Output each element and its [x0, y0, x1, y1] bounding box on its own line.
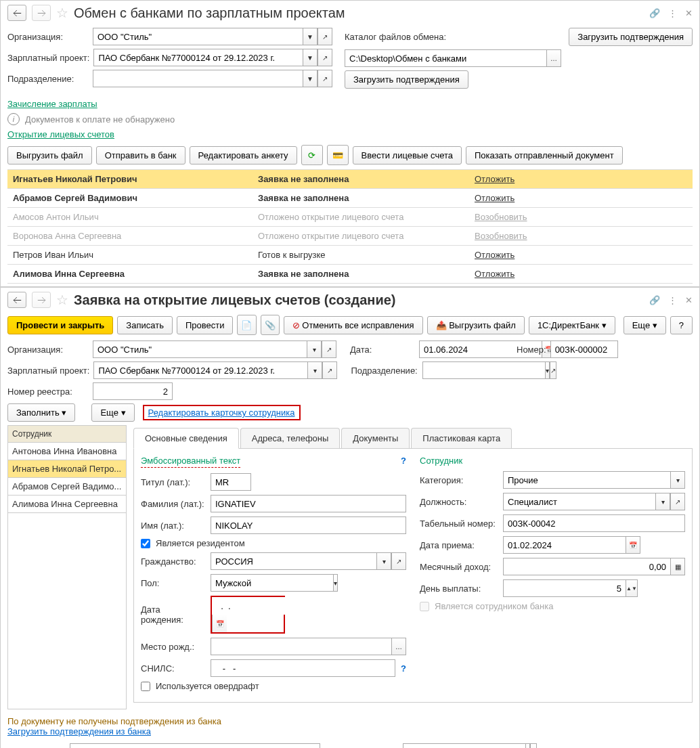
- action-link[interactable]: Отложить: [475, 193, 515, 203]
- num-input[interactable]: [550, 340, 618, 358]
- table-row[interactable]: Амосов Антон ИльичОтложено открытие лице…: [7, 208, 693, 227]
- close-icon[interactable]: ✕: [685, 295, 693, 305]
- table-row[interactable]: Алимова Инна СергеевнаЗаявка не заполнен…: [7, 265, 693, 284]
- attach-icon[interactable]: 📎: [261, 315, 280, 335]
- more-button[interactable]: Еще ▾: [624, 316, 666, 334]
- export-file-button[interactable]: 📤 Выгрузить файл: [427, 316, 525, 334]
- dropdown-icon[interactable]: ▼: [303, 70, 318, 87]
- tabnum-input[interactable]: [503, 514, 685, 532]
- salary-link[interactable]: Зачисление зарплаты: [7, 99, 97, 109]
- menu-icon[interactable]: ⋮: [668, 295, 677, 305]
- menu-icon[interactable]: ⋮: [668, 8, 677, 18]
- tab-3[interactable]: Пластиковая карта: [411, 428, 512, 448]
- more-button-2[interactable]: Еще ▾: [91, 403, 134, 422]
- back-button[interactable]: 🡠: [7, 5, 26, 21]
- directbank-button[interactable]: 1С:ДиректБанк ▾: [529, 316, 615, 334]
- open-icon[interactable]: ↗: [670, 493, 685, 510]
- dropdown-icon[interactable]: ▼: [303, 49, 318, 66]
- dropdown-icon[interactable]: ▾: [307, 361, 322, 379]
- calendar-icon[interactable]: 📅: [212, 615, 227, 632]
- citizen-input[interactable]: [211, 552, 376, 570]
- dept-input[interactable]: [93, 70, 303, 87]
- table-row[interactable]: Петров Иван ИльичГотов к выгрузкеОтложит…: [7, 246, 693, 265]
- table-row[interactable]: Абрамов Сергей ВадимовичЗаявка не заполн…: [7, 189, 693, 208]
- card-icon[interactable]: 💳: [327, 145, 349, 165]
- dropdown-icon[interactable]: ▾: [307, 340, 322, 358]
- load-confirm-button-2[interactable]: Загрузить подтверждения: [345, 70, 468, 89]
- catalog-input[interactable]: [345, 49, 546, 67]
- open-icon[interactable]: ↗: [318, 28, 332, 45]
- action-link[interactable]: Отложить: [475, 269, 515, 279]
- open-icon[interactable]: ↗: [322, 340, 336, 358]
- position-input[interactable]: [503, 493, 655, 510]
- dropdown-icon[interactable]: ▾: [670, 471, 685, 489]
- category-input[interactable]: [503, 471, 670, 489]
- proj-input[interactable]: [93, 49, 303, 66]
- proj-input[interactable]: [93, 361, 307, 379]
- link-icon[interactable]: 🔗: [649, 8, 660, 18]
- sex-input[interactable]: [211, 574, 333, 592]
- browse-icon[interactable]: …: [546, 49, 561, 67]
- close-icon[interactable]: ✕: [685, 8, 693, 18]
- dropdown-icon[interactable]: ▾: [545, 361, 550, 379]
- post-close-button[interactable]: Провести и закрыть: [7, 316, 113, 334]
- pob-input[interactable]: [211, 638, 391, 655]
- edit-form-button[interactable]: Редактировать анкету: [190, 146, 297, 164]
- overdraft-checkbox[interactable]: [141, 682, 150, 691]
- tab-1[interactable]: Адреса, телефоны: [240, 428, 341, 448]
- calendar-icon[interactable]: 📅: [626, 536, 640, 554]
- export-button[interactable]: Выгрузить файл: [7, 146, 92, 164]
- list-item[interactable]: Алимова Инна Сергеевна: [7, 496, 127, 513]
- dept-input[interactable]: [422, 361, 545, 379]
- open-icon[interactable]: ↗: [318, 49, 332, 66]
- back-button[interactable]: 🡠: [7, 292, 26, 308]
- help-button[interactable]: ?: [670, 316, 693, 334]
- post-button[interactable]: Провести: [177, 316, 234, 334]
- open-icon[interactable]: ↗: [530, 743, 537, 748]
- fill-button[interactable]: Заполнить ▾: [7, 403, 75, 422]
- list-item[interactable]: Игнатьев Николай Петро...: [7, 460, 127, 478]
- open-icon[interactable]: ↗: [318, 70, 332, 87]
- favorite-icon[interactable]: ☆: [56, 5, 68, 21]
- action-link[interactable]: Возобновить: [475, 212, 527, 222]
- open-icon[interactable]: ↗: [322, 361, 337, 379]
- comment-input[interactable]: [70, 743, 320, 748]
- send-button[interactable]: Отправить в банк: [96, 146, 185, 164]
- write-button[interactable]: Записать: [117, 316, 173, 334]
- open-icon[interactable]: ↗: [550, 361, 556, 379]
- tab-0[interactable]: Основные сведения: [133, 428, 239, 449]
- edit-card-link[interactable]: Редактировать карточку сотрудника: [148, 408, 295, 418]
- surname-input[interactable]: [211, 495, 406, 512]
- org-input[interactable]: [93, 28, 303, 45]
- favorite-icon[interactable]: ☆: [56, 292, 68, 308]
- title-input[interactable]: [211, 473, 251, 491]
- load-confirm-button[interactable]: Загрузить подтверждения: [569, 28, 693, 46]
- income-input[interactable]: [503, 558, 670, 575]
- help-icon[interactable]: ?: [401, 456, 406, 473]
- dropdown-icon[interactable]: ▾: [525, 743, 530, 748]
- refresh-icon[interactable]: ⟳: [301, 145, 323, 165]
- action-link[interactable]: Возобновить: [475, 231, 527, 241]
- reg-input[interactable]: [93, 382, 173, 400]
- cancel-fixes-button[interactable]: ⊘ Отменить все исправления: [284, 316, 423, 334]
- calc-icon[interactable]: ▦: [670, 558, 685, 575]
- open-icon[interactable]: ↗: [391, 552, 406, 570]
- table-row[interactable]: Воронова Анна СергеевнаОтложено открытие…: [7, 227, 693, 246]
- browse-icon[interactable]: …: [391, 638, 406, 655]
- list-item[interactable]: Антонова Инна Ивановна: [7, 443, 127, 460]
- name-input[interactable]: [211, 516, 406, 534]
- dropdown-icon[interactable]: ▼: [303, 28, 318, 45]
- show-sent-button[interactable]: Показать отправленный документ: [466, 146, 623, 164]
- org-input[interactable]: [93, 340, 307, 358]
- resp-input[interactable]: [403, 743, 525, 748]
- spinner-icon[interactable]: ▲▼: [626, 579, 638, 597]
- hire-input[interactable]: [503, 536, 626, 554]
- dropdown-icon[interactable]: ▾: [333, 574, 338, 592]
- list-item[interactable]: Абрамов Сергей Вадимо...: [7, 478, 127, 496]
- tab-2[interactable]: Документы: [341, 428, 410, 448]
- table-row[interactable]: Игнатьев Николай ПетровичЗаявка не запол…: [7, 170, 693, 189]
- forward-button[interactable]: 🡢: [32, 292, 51, 308]
- link-icon[interactable]: 🔗: [649, 295, 660, 305]
- open-accounts-link[interactable]: Открытие лицевых счетов: [7, 129, 114, 139]
- action-link[interactable]: Отложить: [475, 174, 515, 184]
